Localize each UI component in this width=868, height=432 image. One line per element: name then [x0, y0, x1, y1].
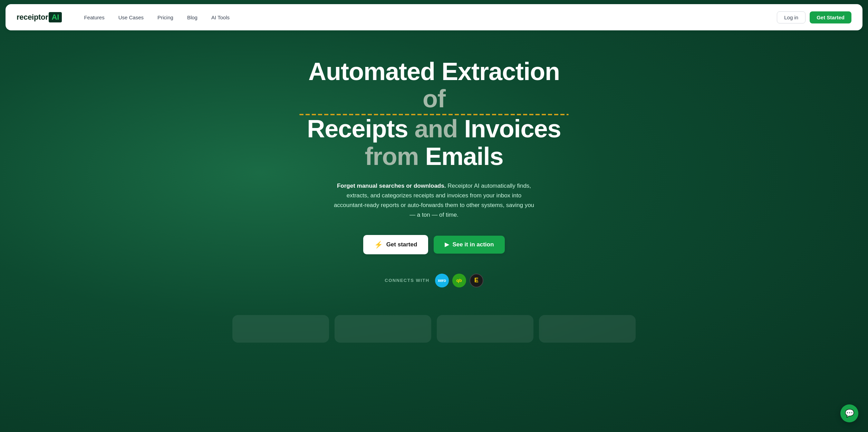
quickbooks-icon: qb [452, 274, 466, 287]
logo-link[interactable]: receiptor AI [17, 12, 62, 22]
login-button[interactable]: Log in [777, 11, 806, 23]
bottom-card-1 [232, 315, 329, 343]
see-action-button[interactable]: ▶ See it in action [434, 236, 505, 254]
nav-ai-tools[interactable]: AI Tools [206, 12, 235, 23]
nav-links: Features Use Cases Pricing Blog AI Tools [78, 12, 777, 23]
get-started-hero-button[interactable]: ⚡ Get started [363, 235, 428, 254]
hero-word-from: from [365, 143, 418, 170]
nav-pricing[interactable]: Pricing [152, 12, 179, 23]
hero-word-of: of [423, 85, 445, 112]
bottom-cards [0, 315, 868, 343]
lightning-icon: ⚡ [374, 240, 383, 249]
hero-title-line4: Emails [425, 143, 503, 170]
hero-word-and: and [414, 115, 457, 143]
connects-label: CONNECTS WITH [385, 278, 429, 283]
logo-bracket: AI [49, 12, 62, 22]
hero-title-line3: Invoices [464, 115, 561, 143]
nav-use-cases[interactable]: Use Cases [113, 12, 149, 23]
hero-title-line1: Automated Extraction [308, 58, 560, 85]
connects-with: CONNECTS WITH xero qb E [385, 274, 483, 287]
integration-icons: xero qb E [435, 274, 483, 287]
expensify-icon: E [470, 274, 483, 287]
hero-subtitle: Forget manual searches or downloads. Rec… [330, 181, 538, 220]
nav-actions: Log in Get Started [777, 11, 851, 23]
get-started-nav-button[interactable]: Get Started [810, 11, 851, 23]
chat-icon: 💬 [845, 409, 854, 418]
logo-text: receiptor [17, 13, 48, 22]
navbar-wrapper: receiptor AI Features Use Cases Pricing … [0, 0, 868, 30]
bottom-card-3 [437, 315, 533, 343]
hero-buttons: ⚡ Get started ▶ See it in action [363, 235, 505, 254]
bottom-card-4 [539, 315, 636, 343]
hero-title: Automated Extraction of Receipts and Inv… [299, 58, 569, 170]
see-action-label: See it in action [452, 241, 494, 248]
play-icon: ▶ [445, 241, 449, 248]
hero-subtitle-bold: Forget manual searches or downloads. [337, 183, 446, 189]
xero-icon: xero [435, 274, 449, 287]
navbar: receiptor AI Features Use Cases Pricing … [6, 4, 862, 30]
hero-section: Automated Extraction of Receipts and Inv… [0, 30, 868, 308]
nav-features[interactable]: Features [78, 12, 110, 23]
get-started-hero-label: Get started [386, 241, 417, 248]
nav-blog[interactable]: Blog [182, 12, 203, 23]
bottom-card-2 [335, 315, 431, 343]
chat-bubble[interactable]: 💬 [840, 404, 858, 422]
hero-title-line2: Receipts [307, 115, 408, 143]
